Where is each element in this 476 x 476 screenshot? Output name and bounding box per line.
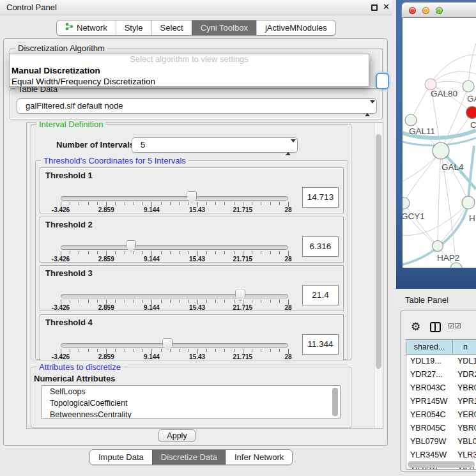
table-row[interactable]: YBR043CYBR0 xyxy=(406,381,476,395)
bottom-tab-infer-network[interactable]: Infer Network xyxy=(226,450,292,464)
tab-cyni-toolbox[interactable]: Cyni Toolbox xyxy=(192,20,256,35)
network-node[interactable] xyxy=(405,114,417,126)
threshold-3-value-field[interactable]: 21.4 xyxy=(302,285,339,305)
mac-zoom-icon[interactable] xyxy=(436,7,443,14)
table-horizontal-scrollbar[interactable] xyxy=(408,461,475,468)
table-cell-shared-name[interactable]: YBR045C xyxy=(406,422,453,435)
threshold-4-slider-thumb[interactable] xyxy=(162,338,173,350)
float-window-icon[interactable] xyxy=(371,4,378,11)
mac-close-icon[interactable] xyxy=(409,7,416,14)
tab-style[interactable]: Style xyxy=(116,20,151,35)
network-icon xyxy=(65,20,73,35)
threshold-3-slider-track[interactable] xyxy=(61,294,288,298)
slider-tick xyxy=(115,251,116,254)
slider-tick xyxy=(252,251,252,254)
network-node[interactable] xyxy=(433,241,443,252)
network-node[interactable] xyxy=(462,196,475,209)
attribute-list-item[interactable]: TopologicalCoefficient xyxy=(42,397,340,409)
network-edge[interactable] xyxy=(431,55,476,84)
bottom-tab-label: Infer Network xyxy=(234,450,284,464)
network-node[interactable] xyxy=(403,197,410,209)
network-node[interactable] xyxy=(463,81,474,92)
threshold-2-slider-track[interactable] xyxy=(61,245,288,250)
table-cell-name[interactable]: YDR2 xyxy=(453,368,476,381)
table-row[interactable]: YBL079WYBL0 xyxy=(406,435,476,449)
tab-jactivemnodules[interactable]: jActiveMNodules xyxy=(256,20,335,35)
threshold-4-value-field[interactable]: 11.344 xyxy=(302,334,339,355)
network-edge[interactable] xyxy=(468,146,474,203)
attribute-list-item[interactable]: SelfLoops xyxy=(42,386,340,397)
close-icon[interactable]: ✕ xyxy=(383,2,390,12)
network-edge[interactable] xyxy=(438,151,441,246)
table-cell-shared-name[interactable]: YBL079W xyxy=(406,435,453,449)
table-cell-name[interactable]: YPR1 xyxy=(453,395,476,408)
numerical-attributes-list[interactable]: SelfLoopsTopologicalCoefficientBetweenne… xyxy=(42,385,341,418)
tab-label: Cyni Toolbox xyxy=(201,20,248,35)
slider-tick xyxy=(134,202,134,205)
threshold-1-slider-track[interactable] xyxy=(61,196,288,201)
network-node[interactable] xyxy=(433,142,449,159)
table-row[interactable]: YPR145WYPR1 xyxy=(406,395,476,408)
tab-select[interactable]: Select xyxy=(151,20,192,35)
table-cell-shared-name[interactable]: YBR043C xyxy=(406,381,453,395)
network-window-titlebar[interactable] xyxy=(401,2,476,18)
slider-tick xyxy=(279,202,280,205)
table-row[interactable]: YLR345WYLR3 xyxy=(406,449,476,462)
table-cell-shared-name[interactable]: YER054C xyxy=(406,408,453,422)
table-data-combobox[interactable]: galFiltered.sif default node xyxy=(17,98,377,114)
network-graph[interactable]: GAL80GACGAL11GAL4GCY1HHAP2 xyxy=(403,18,476,268)
table-row[interactable]: YDL19...YDL1 xyxy=(406,355,476,368)
slider-tick xyxy=(88,202,89,205)
gear-icon[interactable]: ⚙ xyxy=(411,320,420,334)
table-cell-name[interactable]: YDL1 xyxy=(453,355,476,368)
slider-tick xyxy=(134,300,134,303)
axis-tick-label: 9.144 xyxy=(144,304,160,311)
discretization-algorithm-group-title: Discretization Algorithm xyxy=(15,43,107,53)
tab-network[interactable]: Network xyxy=(57,20,116,35)
apply-button[interactable]: Apply xyxy=(158,429,196,442)
axis-tick-label: 2.859 xyxy=(98,353,114,360)
algorithm-popup-item-1[interactable]: Manual Discretization xyxy=(10,65,369,76)
cyni-bottom-tabbar: Impute DataDiscretize DataInfer Network xyxy=(89,449,293,465)
bottom-tab-discretize-data[interactable]: Discretize Data xyxy=(152,450,226,464)
slider-tick xyxy=(170,300,171,303)
threshold-3-slider-thumb[interactable] xyxy=(235,289,245,301)
table-cell-name[interactable]: YBL0 xyxy=(453,435,476,449)
table-cell-shared-name[interactable]: YDL19... xyxy=(406,355,453,368)
threshold-1-value-field[interactable]: 14.713 xyxy=(302,187,339,208)
number-of-intervals-combobox[interactable]: 5 xyxy=(132,137,298,153)
network-edge[interactable] xyxy=(404,151,441,203)
network-edge[interactable] xyxy=(404,203,438,246)
bottom-tab-impute-data[interactable]: Impute Data xyxy=(90,450,152,464)
table-cell-name[interactable]: YBR0 xyxy=(453,422,476,435)
table-cell-shared-name[interactable]: YLR345W xyxy=(406,449,453,462)
network-edge[interactable] xyxy=(468,43,476,86)
split-view-icon[interactable] xyxy=(430,322,441,332)
mac-minimize-icon[interactable] xyxy=(422,7,429,14)
attributes-list-scrollbar[interactable] xyxy=(332,388,338,417)
threshold-label: Threshold 2 xyxy=(45,220,93,229)
table-cell-shared-name[interactable]: YPR145W xyxy=(406,395,453,408)
table-cell-name[interactable]: YBR0 xyxy=(453,381,476,395)
table-cell-shared-name[interactable]: YDR27... xyxy=(406,368,453,381)
network-edge[interactable] xyxy=(411,84,431,120)
network-canvas[interactable]: GAL80GACGAL11GAL4GCY1HHAP2 xyxy=(403,18,476,268)
column-checkbox-icons[interactable]: ☑☑ xyxy=(448,322,462,330)
algorithm-combobox-fragment[interactable] xyxy=(376,73,389,89)
table-row[interactable]: YER054CYER0 xyxy=(406,408,476,422)
threshold-2-value-field[interactable]: 6.316 xyxy=(302,236,339,257)
table-row[interactable]: YDR27...YDR2 xyxy=(406,368,476,381)
table-header-name[interactable]: n xyxy=(453,340,476,354)
settings-vertical-scrollbar[interactable] xyxy=(374,123,383,428)
table-cell-name[interactable]: YER0 xyxy=(453,408,476,422)
algorithm-popup-item-2[interactable]: Equal Width/Frequency Discretization xyxy=(10,76,369,87)
slider-tick xyxy=(215,300,216,303)
network-node[interactable] xyxy=(466,107,476,119)
attribute-list-item[interactable]: BetweennessCentrality xyxy=(42,409,340,418)
table-cell-name[interactable]: YLR3 xyxy=(453,449,476,462)
threshold-4-slider-track[interactable] xyxy=(61,343,288,348)
algorithm-hint-item[interactable]: Select algorithm to view settings xyxy=(10,54,369,65)
table-header-shared[interactable]: shared... xyxy=(406,340,453,354)
table-row[interactable]: YBR045CYBR0 xyxy=(406,422,476,435)
threshold-2-slider-thumb[interactable] xyxy=(126,240,136,252)
